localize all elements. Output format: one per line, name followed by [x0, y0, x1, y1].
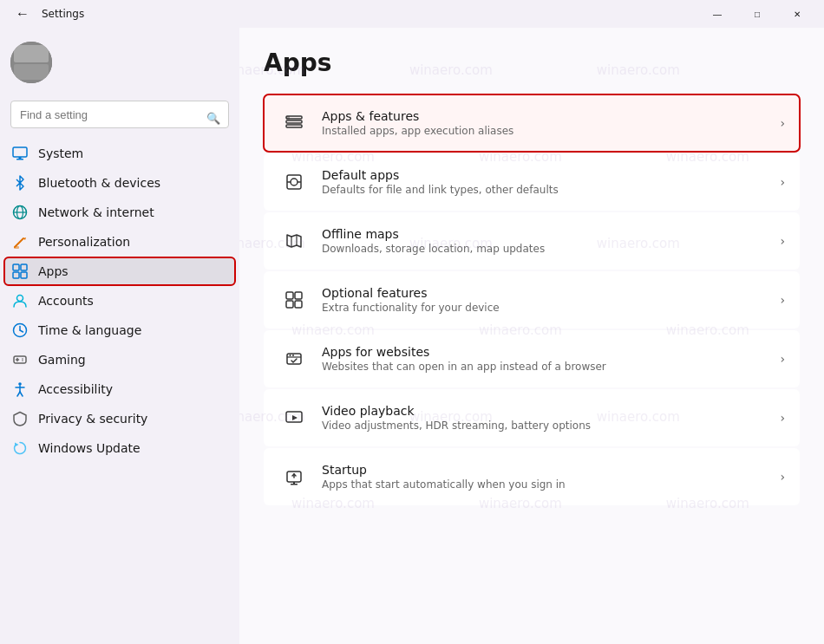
sidebar-item-bluetooth[interactable]: Bluetooth & devices [3, 168, 236, 198]
optional-features-icon [278, 284, 310, 315]
page-title: Apps [264, 49, 800, 77]
default-apps-chevron: › [780, 175, 785, 189]
apps-websites-chevron: › [780, 352, 785, 366]
nav-list: System Bluetooth & devices Network & int… [0, 139, 239, 463]
svg-point-48 [290, 355, 291, 356]
svg-rect-42 [286, 292, 293, 299]
svg-rect-5 [19, 157, 22, 159]
svg-marker-30 [15, 443, 19, 447]
content-area: winaero.comwinaero.comwinaero.com winaer… [239, 28, 824, 644]
gaming-icon [12, 352, 28, 368]
offline-maps-title: Offline maps [322, 227, 773, 241]
settings-item-apps-features[interactable]: Apps & features Installed apps, app exec… [264, 94, 800, 152]
svg-rect-14 [13, 272, 19, 278]
video-playback-desc: Video adjustments, HDR streaming, batter… [322, 420, 773, 432]
sidebar-item-apps[interactable]: Apps [3, 257, 236, 286]
sidebar-item-privacy[interactable]: Privacy & security [3, 404, 236, 433]
maximize-button[interactable]: □ [737, 0, 777, 28]
bluetooth-icon [12, 175, 28, 191]
accessibility-icon [12, 381, 28, 397]
svg-rect-33 [286, 125, 302, 127]
app-container: 🔍 System Bluetooth & devices Network & i… [0, 28, 824, 644]
minimize-button[interactable]: — [697, 0, 737, 28]
apps-icon [12, 263, 28, 279]
svg-rect-4 [16, 159, 23, 160]
optional-features-text: Optional features Extra functionality fo… [322, 286, 773, 314]
sidebar-item-network[interactable]: Network & internet [3, 198, 236, 227]
titlebar: ← Settings — □ ✕ [0, 0, 824, 28]
titlebar-title: Settings [42, 8, 84, 20]
optional-features-chevron: › [780, 293, 785, 307]
svg-point-24 [22, 360, 23, 361]
update-icon [12, 440, 28, 456]
settings-item-video-playback[interactable]: Video playback Video adjustments, HDR st… [264, 389, 800, 446]
apps-features-text: Apps & features Installed apps, app exec… [322, 109, 773, 137]
nav-label-network: Network & internet [38, 205, 154, 219]
sidebar-item-accounts[interactable]: Accounts [3, 286, 236, 315]
startup-desc: Apps that start automatically when you s… [322, 478, 773, 491]
startup-text: Startup Apps that start automatically wh… [322, 463, 773, 491]
optional-features-title: Optional features [322, 286, 773, 300]
offline-maps-icon [278, 225, 310, 257]
network-icon [12, 205, 28, 220]
svg-rect-46 [287, 354, 301, 364]
nav-label-bluetooth: Bluetooth & devices [38, 176, 160, 190]
sidebar-item-time[interactable]: Time & language [3, 315, 236, 345]
optional-features-desc: Extra functionality for your device [322, 302, 773, 314]
svg-rect-15 [21, 272, 27, 278]
svg-rect-1 [14, 45, 49, 62]
default-apps-desc: Defaults for file and link types, other … [322, 184, 773, 196]
apps-websites-icon [278, 343, 310, 374]
sidebar: 🔍 System Bluetooth & devices Network & i… [0, 28, 239, 644]
video-playback-icon [278, 402, 310, 433]
apps-websites-desc: Websites that can open in an app instead… [322, 361, 773, 373]
apps-features-desc: Installed apps, app execution aliases [322, 125, 773, 137]
apps-features-chevron: › [780, 116, 785, 130]
personalization-icon [12, 234, 28, 250]
svg-point-23 [22, 358, 23, 360]
svg-marker-39 [287, 235, 301, 247]
accounts-icon [12, 293, 28, 309]
back-button[interactable]: ← [10, 2, 35, 26]
svg-rect-11 [14, 246, 19, 249]
video-playback-title: Video playback [322, 404, 773, 418]
nav-label-accessibility: Accessibility [38, 382, 113, 396]
default-apps-text: Default apps Defaults for file and link … [322, 168, 773, 196]
svg-rect-3 [13, 147, 27, 157]
svg-rect-53 [291, 484, 298, 485]
svg-line-28 [17, 392, 20, 396]
sidebar-item-personalization[interactable]: Personalization [3, 227, 236, 257]
nav-label-time: Time & language [38, 323, 141, 337]
settings-item-default-apps[interactable]: Default apps Defaults for file and link … [264, 153, 800, 211]
settings-item-offline-maps[interactable]: Offline maps Downloads, storage location… [264, 212, 800, 270]
close-button[interactable]: ✕ [777, 0, 817, 28]
apps-websites-title: Apps for websites [322, 345, 773, 359]
svg-line-29 [20, 392, 23, 396]
apps-features-title: Apps & features [322, 109, 773, 123]
settings-item-startup[interactable]: Startup Apps that start automatically wh… [264, 448, 800, 505]
nav-label-privacy: Privacy & security [38, 412, 147, 426]
svg-line-9 [15, 238, 23, 247]
video-playback-text: Video playback Video adjustments, HDR st… [322, 404, 773, 432]
titlebar-controls: — □ ✕ [697, 0, 817, 28]
svg-line-19 [20, 330, 23, 332]
svg-rect-54 [293, 482, 295, 484]
privacy-icon [12, 411, 28, 426]
offline-maps-desc: Downloads, storage location, map updates [322, 243, 773, 255]
sidebar-item-accessibility[interactable]: Accessibility [3, 374, 236, 404]
sidebar-item-system[interactable]: System [3, 139, 236, 168]
sidebar-item-gaming[interactable]: Gaming [3, 345, 236, 374]
startup-chevron: › [780, 470, 785, 484]
startup-title: Startup [322, 463, 773, 477]
apps-features-icon [278, 107, 310, 139]
svg-rect-45 [295, 301, 302, 308]
startup-icon [278, 461, 310, 492]
svg-point-49 [292, 355, 294, 356]
sidebar-item-update[interactable]: Windows Update [3, 433, 236, 463]
user-profile [0, 35, 239, 97]
search-input[interactable] [10, 101, 229, 128]
settings-item-optional-features[interactable]: Optional features Extra functionality fo… [264, 271, 800, 329]
nav-label-personalization: Personalization [38, 235, 130, 249]
settings-item-apps-websites[interactable]: Apps for websites Websites that can open… [264, 330, 800, 387]
offline-maps-chevron: › [780, 234, 785, 248]
